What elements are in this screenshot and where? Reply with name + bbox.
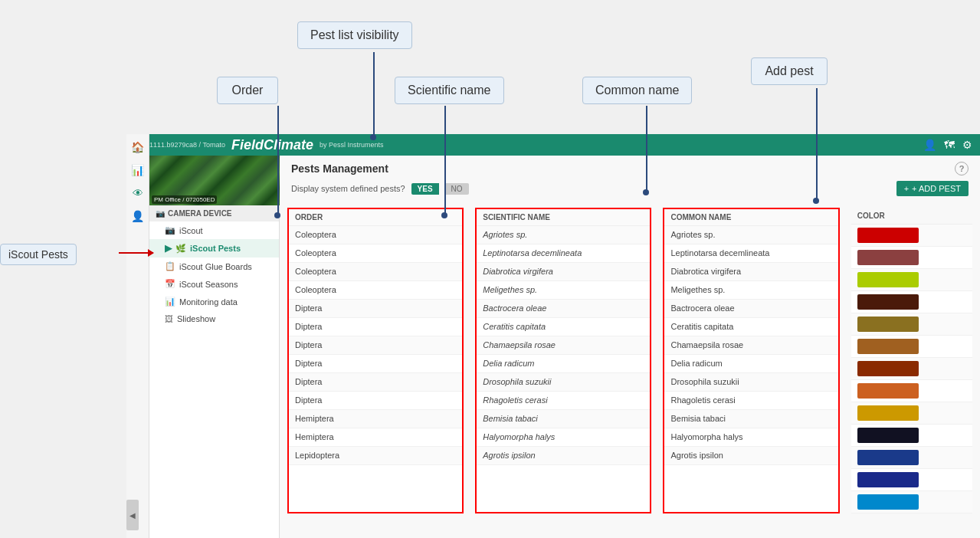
table-row: Halyomorpha halys <box>477 428 650 447</box>
monitoring-icon: 📊 <box>165 297 175 307</box>
table-row: Diptera <box>289 355 462 373</box>
table-row: Chamaepsila rosae <box>664 336 837 355</box>
table-row: Ceratitis capitata <box>664 318 837 336</box>
person-icon[interactable]: 👤 <box>129 207 147 225</box>
table-area: ORDER ColeopteraColeopteraColeopteraCole… <box>280 208 980 538</box>
table-row: Coleoptera <box>289 226 462 244</box>
tooltip-add-pest: Add pest <box>751 57 828 85</box>
sidebar-item-monitoring[interactable]: 📊 Monitoring data <box>149 293 279 310</box>
color-swatch-cell[interactable] <box>851 425 972 447</box>
iscout-arrow <box>119 252 153 254</box>
annotation-line-pest-list <box>373 52 375 140</box>
pests-mgmt-header: Pests Management ? <box>280 156 980 179</box>
pests-icon: 🌿 <box>175 244 186 254</box>
add-pest-plus: + <box>904 184 909 193</box>
color-swatch <box>857 494 919 510</box>
tooltip-order: Order <box>217 77 278 104</box>
annotation-line-common <box>646 106 647 194</box>
pests-mgmt-title: Pests Management <box>291 162 388 175</box>
annotation-dot-scientific <box>441 212 447 218</box>
sidebar-item-iscout[interactable]: 📷 iScout <box>149 221 279 239</box>
add-pest-button[interactable]: + + ADD PEST <box>896 181 969 196</box>
table-row: Coleoptera <box>289 263 462 281</box>
color-swatch <box>857 228 919 243</box>
sidebar-item-glue-boards[interactable]: 📋 iScout Glue Boards <box>149 258 279 275</box>
table-row: Ceratitis capitata <box>477 318 650 336</box>
color-swatch-cell[interactable] <box>851 447 972 469</box>
common-header: COMMON NAME <box>664 209 837 226</box>
color-swatch-cell[interactable] <box>851 380 972 402</box>
chart-icon[interactable]: 📊 <box>129 161 147 179</box>
color-swatch <box>857 250 919 265</box>
table-row: Agriotes sp. <box>664 226 837 244</box>
header-bar: 20211111.b9279ca8 / Tomato FieldClimate … <box>126 134 980 156</box>
table-row: Coleoptera <box>289 244 462 263</box>
sidebar-item-seasons[interactable]: 📅 iScout Seasons <box>149 275 279 293</box>
color-swatch-cell[interactable] <box>851 358 972 380</box>
order-header: ORDER <box>289 209 462 226</box>
color-swatch <box>857 383 919 399</box>
scroll-left-arrow[interactable]: ◀ <box>126 500 139 530</box>
table-row: Leptinotarsa decemlineata <box>477 244 650 263</box>
app-logo: FieldClimate <box>231 137 313 153</box>
table-row: Drosophila suzukii <box>477 373 650 392</box>
color-column: COLOR <box>851 208 972 513</box>
camera-device-header: 📷 CAMERA DEVICE <box>149 205 279 221</box>
home-icon[interactable]: 🏠 <box>129 138 147 156</box>
user-icon[interactable]: 👤 <box>923 139 936 151</box>
table-row: Bemisia tabaci <box>664 410 837 428</box>
color-swatch <box>857 472 919 487</box>
color-swatch-cell[interactable] <box>851 491 972 513</box>
table-row: Agrotis ipsilon <box>664 447 837 465</box>
glue-boards-icon: 📋 <box>165 261 175 271</box>
color-cells <box>851 225 972 513</box>
annotation-line-add-pest <box>816 88 818 203</box>
eye-icon[interactable]: 👁 <box>129 184 147 202</box>
table-row: Coleoptera <box>289 281 462 300</box>
table-row: Hemiptera <box>289 410 462 428</box>
table-wrapper: ORDER ColeopteraColeopteraColeopteraCole… <box>287 208 972 513</box>
common-cells: Agriotes sp.Leptinotarsa decemlineataDia… <box>664 226 837 465</box>
color-header: COLOR <box>851 208 972 225</box>
color-swatch-cell[interactable] <box>851 469 972 491</box>
color-swatch-cell[interactable] <box>851 291 972 313</box>
sidebar-item-slideshow[interactable]: 🖼 Slideshow <box>149 310 279 327</box>
color-swatch <box>857 450 919 465</box>
color-swatch-cell[interactable] <box>851 402 972 425</box>
order-cells: ColeopteraColeopteraColeopteraColeoptera… <box>289 226 462 465</box>
camera-icon: 📷 <box>156 209 165 218</box>
app-subtitle: by Pessl Instruments <box>320 141 384 149</box>
table-row: Diabrotica virgifera <box>664 263 837 281</box>
table-row: Leptinotarsa decemlineata <box>664 244 837 263</box>
color-swatch <box>857 361 919 376</box>
scientific-column: SCIENTIFIC NAME Agriotes sp.Leptinotarsa… <box>475 208 651 513</box>
color-swatch-cell[interactable] <box>851 336 972 358</box>
header-right-actions: ? <box>955 162 969 176</box>
color-swatch-cell[interactable] <box>851 313 972 336</box>
settings-icon[interactable]: ⚙ <box>962 139 972 151</box>
table-row: Diptera <box>289 318 462 336</box>
help-icon[interactable]: ? <box>955 162 969 176</box>
color-swatch <box>857 294 919 310</box>
scientific-header: SCIENTIFIC NAME <box>477 209 650 226</box>
map-icon[interactable]: 🗺 <box>944 139 955 151</box>
color-swatch-cell[interactable] <box>851 269 972 291</box>
table-row: Drosophila suzukii <box>664 373 837 392</box>
table-row: Delia radicum <box>664 355 837 373</box>
table-row: Diabrotica virgifera <box>477 263 650 281</box>
annotation-dot-add-pest <box>813 198 819 204</box>
table-row: Diptera <box>289 373 462 392</box>
table-row: Bactrocera oleae <box>477 300 650 318</box>
active-arrow-icon: ▶ <box>165 243 172 254</box>
table-row: Chamaepsila rosae <box>477 336 650 355</box>
color-swatch <box>857 317 919 332</box>
pm-office-label: PM Office / 072050ED <box>152 195 217 204</box>
annotation-line-scientific <box>444 106 446 217</box>
sidebar-item-iscout-pests[interactable]: ▶ 🌿 iScout Pests <box>149 239 279 258</box>
color-swatch-cell[interactable] <box>851 247 972 269</box>
main-content: Pests Management ? Display system define… <box>280 156 980 538</box>
header-right: 👤 🗺 ⚙ <box>923 139 972 151</box>
toggle-yes-btn[interactable]: YES <box>411 183 439 195</box>
color-swatch-cell[interactable] <box>851 225 972 247</box>
toggle-no-btn[interactable]: NO <box>445 183 469 195</box>
